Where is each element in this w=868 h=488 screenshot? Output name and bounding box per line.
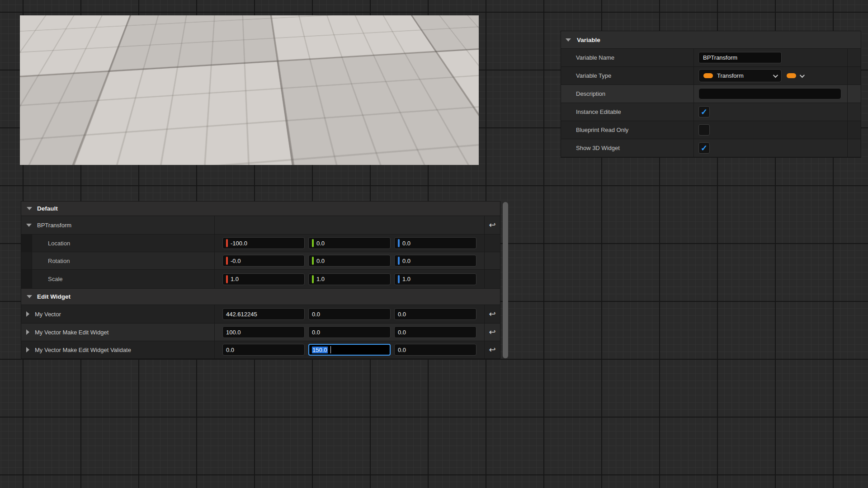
row-variable-type: Variable Type Transform [561, 67, 861, 85]
my-vector-y-field[interactable]: 0.0 [308, 308, 391, 320]
z-axis-bar-icon [398, 275, 400, 283]
container-type-dropdown[interactable] [787, 73, 803, 78]
revert-to-default-button[interactable]: ↩ [489, 221, 495, 229]
revert-to-default-button[interactable]: ↩ [489, 310, 495, 318]
category-default[interactable]: Default [21, 202, 500, 216]
row-end-spacer [847, 139, 861, 157]
y-axis-bar-icon [312, 257, 314, 265]
collapsed-arrow-icon[interactable] [26, 347, 29, 352]
revert-to-default-button[interactable]: ↩ [489, 328, 495, 336]
mvmewv-y-value-selected: 150.0 [312, 347, 328, 353]
row-end-spacer [847, 103, 861, 121]
rotation-x-field[interactable]: -0.0 [222, 255, 305, 267]
scale-x-field[interactable]: 1.0 [222, 273, 305, 285]
row-rotation: Rotation -0.0 0.0 0.0 [21, 252, 500, 270]
instance-editable-checkbox[interactable]: ✓ [698, 106, 710, 117]
property-label: BPTransform [37, 222, 71, 229]
transform-type-pill-icon [787, 73, 796, 78]
mvmew-y-field[interactable]: 0.0 [308, 326, 391, 338]
row-description: Description [561, 85, 861, 103]
property-label: My Vector [35, 311, 61, 318]
scale-y-field[interactable]: 1.0 [308, 273, 391, 285]
myvector-widget[interactable] [320, 52, 346, 83]
category-label: Edit Widget [37, 293, 71, 300]
expand-arrow-icon[interactable] [566, 38, 571, 42]
field-label: Instance Editable [561, 103, 693, 121]
row-my-vector-make-edit-widget: My Vector Make Edit Widget 100.0 0.0 0.0… [21, 324, 500, 341]
my-vector-z-field[interactable]: 0.0 [394, 308, 476, 320]
variable-type-dropdown[interactable]: Transform [698, 69, 782, 82]
row-scale: Scale 1.0 1.0 1.0 [21, 270, 500, 289]
mvmewv-x-value: 0.0 [226, 347, 234, 353]
my-vector-y-value: 0.0 [312, 311, 320, 318]
y-axis-bar-icon [312, 275, 314, 283]
row-end-spacer [847, 121, 861, 139]
check-icon: ✓ [701, 144, 708, 152]
rotation-z-value: 0.0 [402, 258, 410, 264]
x-axis-bar-icon [226, 257, 228, 265]
details-panel: Default BPTransform ↩ Location -100.0 0.… [21, 201, 500, 359]
transform-type-pill-icon [703, 73, 713, 78]
rotation-z-field[interactable]: 0.0 [394, 255, 476, 267]
revert-to-default-button[interactable]: ↩ [489, 346, 495, 354]
location-z-field[interactable]: 0.0 [394, 237, 476, 249]
property-label: Rotation [48, 258, 70, 264]
show-3d-widget-checkbox[interactable]: ✓ [698, 142, 710, 154]
row-end-spacer [847, 67, 861, 84]
location-y-value: 0.0 [316, 240, 325, 247]
mvmew-x-value: 100.0 [226, 329, 241, 336]
viewport-overlay [20, 15, 479, 165]
mvmew-x-field[interactable]: 100.0 [222, 326, 305, 338]
mvmew-y-value: 0.0 [312, 329, 320, 336]
row-end-spacer [847, 85, 861, 103]
text-caret [330, 346, 331, 353]
details-scrollbar[interactable] [503, 202, 508, 358]
location-x-field[interactable]: -100.0 [222, 237, 305, 249]
row-end-spacer [847, 49, 861, 66]
mvmewv-z-value: 0.0 [398, 347, 406, 353]
mvmewv-z-field[interactable]: 0.0 [394, 344, 476, 356]
description-input[interactable] [698, 88, 841, 99]
rotation-y-value: 0.0 [316, 258, 325, 264]
variable-name-input[interactable]: BPTransform [698, 52, 782, 63]
field-label: Variable Type [561, 67, 693, 84]
rotation-y-field[interactable]: 0.0 [308, 255, 391, 267]
mvmew-z-field[interactable]: 0.0 [394, 326, 476, 338]
my-vector-x-field[interactable]: 442.612245 [222, 308, 305, 320]
y-axis-bar-icon [312, 239, 314, 247]
expand-arrow-icon[interactable] [27, 295, 32, 298]
floor-accent-lines [20, 15, 479, 165]
expand-arrow-icon[interactable] [27, 207, 32, 210]
scale-z-value: 1.0 [402, 276, 410, 282]
indent-gutter [21, 252, 32, 269]
expand-arrow-icon[interactable] [26, 224, 32, 227]
z-axis-bar-icon [398, 257, 400, 265]
blueprint-editor-canvas[interactable]: BPTransform MyVector_MakeEditWidget Exce… [0, 0, 868, 488]
3d-viewport[interactable]: BPTransform MyVector_MakeEditWidget Exce… [20, 15, 479, 165]
variable-section-header[interactable]: Variable [561, 31, 861, 49]
mvmewv-x-field[interactable]: 0.0 [222, 344, 305, 356]
scale-z-field[interactable]: 1.0 [394, 273, 476, 285]
row-location: Location -100.0 0.0 0.0 [21, 235, 500, 252]
x-axis-bar-icon [226, 239, 228, 247]
field-label: Show 3D Widget [561, 139, 693, 157]
my-vector-z-value: 0.0 [398, 311, 406, 318]
blueprint-read-only-checkbox[interactable] [698, 124, 710, 136]
category-edit-widget[interactable]: Edit Widget [21, 289, 500, 305]
bptransform-widget[interactable] [47, 51, 85, 91]
mvmewv-y-field-editing[interactable]: 150.0 [308, 344, 391, 356]
collapsed-arrow-icon[interactable] [26, 329, 29, 335]
property-label: My Vector Make Edit Widget [35, 329, 108, 336]
z-axis-bar-icon [398, 239, 400, 247]
location-z-value: 0.0 [402, 240, 410, 247]
row-bptransform: BPTransform ↩ [21, 216, 500, 235]
property-label: My Vector Make Edit Widget Validate [35, 347, 131, 353]
row-my-vector-make-edit-widget-validate: My Vector Make Edit Widget Validate 0.0 … [21, 341, 500, 359]
indent-gutter [21, 270, 32, 288]
collapsed-arrow-icon[interactable] [26, 311, 29, 317]
scale-y-value: 1.0 [316, 276, 325, 282]
location-y-field[interactable]: 0.0 [308, 237, 391, 249]
row-my-vector: My Vector 442.612245 0.0 0.0 ↩ [21, 305, 500, 324]
row-show-3d-widget: Show 3D Widget ✓ [561, 139, 861, 157]
property-label: Location [48, 240, 70, 247]
